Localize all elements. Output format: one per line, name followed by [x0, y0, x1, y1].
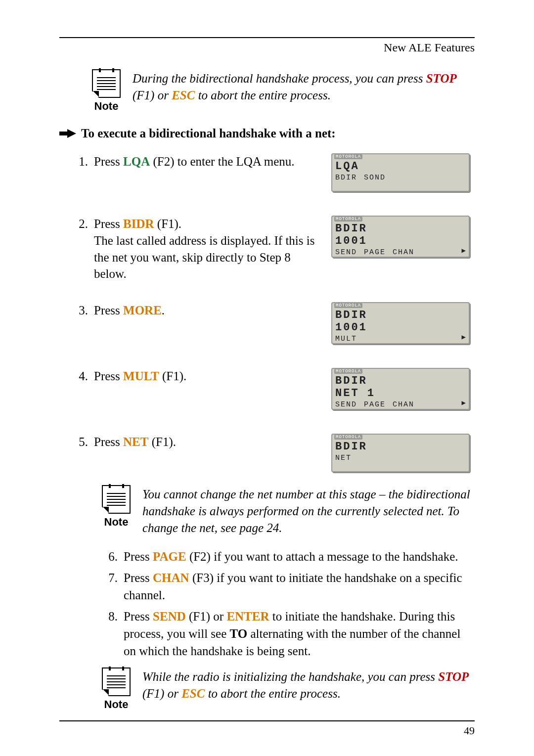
note-icon [102, 667, 131, 696]
page-number: 49 [464, 724, 475, 737]
note-label: Note [94, 100, 119, 113]
note-block-3: Note While the radio is initializing the… [99, 667, 475, 711]
note-label: Note [104, 698, 129, 711]
step-1: 1.Press LQA (F2) to enter the LQA menu. [59, 153, 331, 170]
enter-keyword: ENTER [226, 610, 269, 623]
caret-icon: ▶ [462, 399, 467, 407]
step-7: 7. Press CHAN (F3) if you want to initia… [89, 569, 475, 604]
step-5: 5.Press NET (F1). [59, 434, 331, 450]
send-keyword: SEND [153, 610, 186, 623]
step-2: 2.Press BIDR (F1). The last called addre… [59, 216, 331, 282]
mult-keyword: MULT [123, 369, 159, 383]
lcd-screen-5: MOTOROLA BDIR NET [331, 434, 470, 472]
lcd-screen-1: MOTOROLA LQA BDIRSOND [331, 153, 470, 192]
more-keyword: MORE [123, 304, 162, 317]
lcd-screen-3: MOTOROLA BDIR 1001 MULT ▶ [331, 302, 470, 344]
note-text-3: While the radio is initializing the hand… [142, 667, 475, 702]
caret-icon: ▶ [462, 333, 467, 341]
caret-icon: ▶ [462, 246, 467, 255]
page-keyword: PAGE [153, 550, 186, 563]
page-header: New ALE Features [59, 41, 475, 54]
chan-keyword: CHAN [153, 571, 189, 584]
bidr-keyword: BIDR [123, 217, 154, 230]
step-4: 4.Press MULT (F1). [59, 368, 331, 385]
header-rule [59, 37, 475, 38]
lcd-screen-4: MOTOROLA BDIR NET 1 SENDPAGECHAN ▶ [331, 368, 470, 410]
section-heading: To execute a bidirectional handshake wit… [59, 127, 475, 140]
step-3: 3.Press MORE. [59, 302, 331, 319]
note-icon [102, 485, 131, 514]
footer-rule [59, 720, 475, 721]
esc-keyword: ESC [172, 89, 195, 102]
to-keyword: TO [230, 627, 248, 640]
step-8: 8. Press SEND (F1) or ENTER to initiate … [89, 608, 475, 660]
step-6: 6. Press PAGE (F2) if you want to attach… [89, 548, 475, 565]
section-title: To execute a bidirectional handshake wit… [81, 127, 336, 140]
stop-keyword: STOP [426, 72, 457, 85]
stop-keyword: STOP [438, 670, 469, 683]
note-text-1: During the bidirectional handshake proce… [133, 69, 475, 104]
note-block-1: Note During the bidirectional handshake … [89, 69, 475, 113]
note-block-2: Note You cannot change the net number at… [99, 485, 475, 536]
lcd-screen-2: MOTOROLA BDIR 1001 SENDPAGECHAN ▶ [331, 216, 470, 258]
esc-keyword: ESC [181, 687, 205, 700]
note-label: Note [104, 516, 129, 529]
note-text-2: You cannot change the net number at this… [142, 485, 475, 536]
note-icon [92, 69, 121, 98]
lqa-keyword: LQA [123, 155, 150, 168]
net-keyword: NET [123, 435, 148, 448]
